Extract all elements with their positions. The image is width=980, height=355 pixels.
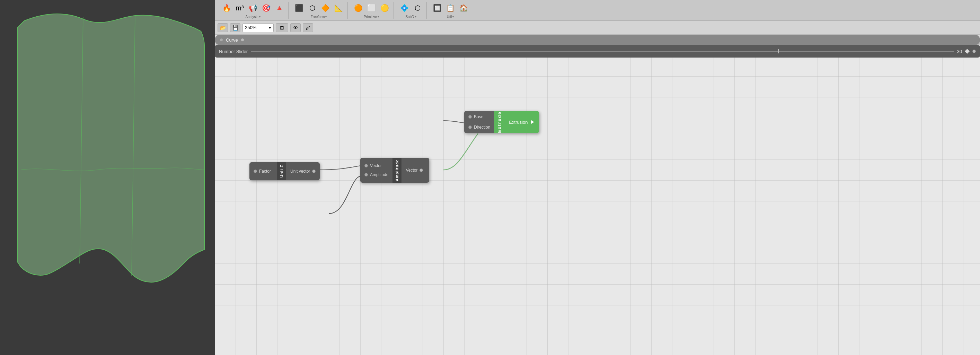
unitz-vector-label: Unit vector <box>290 169 310 174</box>
analysis-label: Analysis ▾ <box>245 15 260 19</box>
amplitude-right: Vector <box>401 158 429 183</box>
extrude-extrusion-row: Extrusion <box>509 120 534 125</box>
zoom-arrow: ▾ <box>269 25 271 30</box>
freeform-icon-2[interactable]: ⬡ <box>306 2 318 14</box>
extrude-direction-port <box>468 125 472 129</box>
analysis-icon-1[interactable]: 🔥 <box>220 2 233 14</box>
toolbar-group-primitive: 🟠 ⬜ 🟡 Primitive ▾ <box>349 2 394 19</box>
amplitude-amplitude-row: Amplitude <box>364 172 388 177</box>
subd-arrow: ▾ <box>415 15 417 18</box>
util-icon-3[interactable]: 🏠 <box>457 2 470 14</box>
slider-value: 30 <box>957 49 962 54</box>
extrude-extrusion-label: Extrusion <box>509 120 528 125</box>
primitive-label: Primitive ▾ <box>364 15 379 19</box>
extrude-direction-row: Direction <box>468 125 490 130</box>
viewport-background <box>0 0 215 355</box>
amplitude-amplitude-port <box>364 173 368 176</box>
unitz-left: Factor <box>250 162 277 180</box>
analysis-label-text: Analysis <box>245 15 258 19</box>
save-button[interactable]: 💾 <box>230 23 240 32</box>
subd-icon-2[interactable]: ⬡ <box>411 2 424 14</box>
amplitude-node[interactable]: Vector Amplitude Amplitude Vector <box>360 158 429 183</box>
extrude-tab: Extrude <box>494 111 504 133</box>
toolbar-group-subd: 💠 ⬡ SubD ▾ <box>395 2 427 19</box>
util-label: Util ▾ <box>447 15 454 19</box>
extrude-base-label: Base <box>474 114 483 119</box>
primitive-arrow: ▾ <box>378 15 379 18</box>
primitive-label-text: Primitive <box>364 15 377 19</box>
curve-input-port <box>220 38 223 42</box>
primitive-icon-2[interactable]: ⬜ <box>365 2 378 14</box>
slider-node[interactable]: Number Slider 30 <box>215 45 980 58</box>
extrude-tab-text: Extrude <box>497 111 502 133</box>
amplitude-vector-row: Vector <box>364 163 388 168</box>
eye-button[interactable]: 👁 <box>290 23 301 32</box>
extrude-base-port <box>468 115 472 118</box>
toolbar-group-analysis: 🔥 m³ 📢 🎯 🔺 Analysis ▾ <box>218 2 289 19</box>
slider-track[interactable] <box>251 51 953 52</box>
subd-label-text: SubD <box>405 15 414 19</box>
amplitude-left: Vector Amplitude <box>360 158 393 183</box>
unitz-factor-label: Factor <box>259 169 271 174</box>
util-arrow: ▾ <box>452 15 454 18</box>
util-label-text: Util <box>447 15 452 19</box>
slider-diamond <box>965 49 970 54</box>
curve-output-port <box>241 38 244 42</box>
extrude-output-port <box>531 120 534 124</box>
unitz-right: Unit vector <box>286 162 320 180</box>
freeform-arrow: ▾ <box>325 15 327 18</box>
open-button[interactable]: 📂 <box>218 23 228 32</box>
curve-node-label: Curve <box>226 37 238 43</box>
extrude-outputs: Extrusion <box>504 111 539 133</box>
addressbar: 📂 💾 250% ▾ ⊞ 👁 🖊 <box>215 21 980 35</box>
toolbar-group-freeform: ⬛ ⬡ 🔶 📐 Freeform ▾ <box>290 2 348 19</box>
unitz-tab-text: Unit Z <box>280 165 284 178</box>
freeform-icon-3[interactable]: 🔶 <box>319 2 331 14</box>
grasshopper-panel: 🔥 m³ 📢 🎯 🔺 Analysis ▾ ⬛ ⬡ 🔶 📐 Freeform ▾ <box>215 0 980 355</box>
zoom-value: 250% <box>245 25 256 30</box>
primitive-icon-3[interactable]: 🟡 <box>378 2 391 14</box>
primitive-icon-1[interactable]: 🟠 <box>352 2 364 14</box>
freeform-icon-4[interactable]: 📐 <box>332 2 345 14</box>
amplitude-output-port <box>420 168 423 172</box>
analysis-icons: 🔥 m³ 📢 🎯 🔺 <box>220 2 285 14</box>
analysis-icon-5[interactable]: 🔺 <box>273 2 285 14</box>
extrude-inputs: Base Direction <box>464 111 494 133</box>
extrude-node[interactable]: Base Direction Extrude Extrusion <box>464 111 539 133</box>
zoom-select[interactable]: 250% ▾ <box>242 23 274 32</box>
curve-node[interactable]: Curve <box>215 35 980 45</box>
util-icons: 🔲 📋 🏠 <box>431 2 470 14</box>
wires-svg <box>215 35 980 355</box>
freeform-label: Freeform ▾ <box>311 15 327 19</box>
subd-label: SubD ▾ <box>405 15 416 19</box>
analysis-icon-4[interactable]: 🎯 <box>260 2 272 14</box>
slider-label: Number Slider <box>219 49 248 54</box>
analysis-icon-3[interactable]: 📢 <box>247 2 259 14</box>
unitz-factor-port <box>254 170 257 173</box>
fit-view-button[interactable]: ⊞ <box>276 23 288 32</box>
util-icon-2[interactable]: 📋 <box>444 2 457 14</box>
extrude-direction-label: Direction <box>474 125 490 130</box>
amplitude-vector-label: Vector <box>370 163 382 168</box>
amplitude-tab-text: Amplitude <box>395 160 399 181</box>
analysis-arrow: ▾ <box>259 15 261 18</box>
freeform-label-text: Freeform <box>311 15 325 19</box>
canvas-area[interactable]: Curve Base Direction Extrude Extrusio <box>215 35 980 355</box>
extrude-base-row: Base <box>468 114 490 119</box>
unitz-node[interactable]: Factor Unit Z Unit vector <box>250 162 320 180</box>
unitz-tab: Unit Z <box>277 162 286 180</box>
freeform-icons: ⬛ ⬡ 🔶 📐 <box>293 2 345 14</box>
amplitude-vector-port <box>364 164 368 168</box>
paint-button[interactable]: 🖊 <box>303 23 313 32</box>
amplitude-amplitude-label: Amplitude <box>370 172 388 177</box>
subd-icons: 💠 ⬡ <box>398 2 424 14</box>
analysis-icon-2[interactable]: m³ <box>234 2 246 14</box>
slider-output-port <box>972 50 976 53</box>
freeform-icon-1[interactable]: ⬛ <box>293 2 305 14</box>
subd-icon-1[interactable]: 💠 <box>398 2 410 14</box>
util-icon-1[interactable]: 🔲 <box>431 2 444 14</box>
viewport-shape <box>0 0 215 355</box>
amplitude-output-label: Vector <box>406 168 417 173</box>
unitz-output-port <box>312 170 316 173</box>
amplitude-tab: Amplitude <box>393 158 401 183</box>
